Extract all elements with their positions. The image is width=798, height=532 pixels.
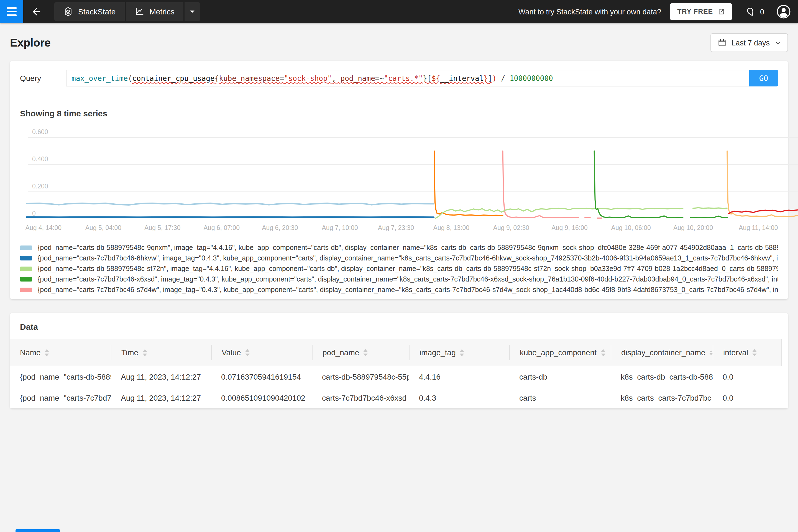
back-button[interactable] bbox=[23, 0, 50, 23]
x-axis-label: Aug 5, 04:00 bbox=[86, 225, 121, 231]
legend-item[interactable]: {pod_name="carts-db-588979548c-9qnxm", i… bbox=[20, 242, 778, 253]
column-header-label: interval bbox=[723, 348, 748, 357]
chart-heading: Showing 8 time series bbox=[20, 109, 778, 118]
legend-label: {pod_name="carts-7c7bd7bc46-6hkvw", imag… bbox=[38, 254, 778, 262]
column-header-name[interactable]: Name bbox=[10, 345, 111, 360]
x-axis-label: Aug 10, 20:00 bbox=[673, 225, 713, 231]
series-line bbox=[594, 151, 683, 217]
column-header-label: image_tag bbox=[419, 348, 456, 357]
nav-tabs: StackState Metrics bbox=[54, 2, 200, 21]
back-arrow-icon bbox=[31, 6, 42, 17]
series-line bbox=[27, 217, 434, 217]
legend-label: {pod_name="carts-db-588979548c-9qnxm", i… bbox=[38, 244, 778, 251]
legend-swatch-icon bbox=[20, 245, 32, 250]
query-token: } bbox=[483, 74, 488, 82]
metrics-chart-icon bbox=[134, 7, 144, 17]
column-header-image-tag[interactable]: image_tag bbox=[409, 345, 509, 360]
go-button[interactable]: GO bbox=[749, 70, 778, 87]
x-axis-labels: Aug 4, 14:00Aug 5, 04:00Aug 5, 17:30Aug … bbox=[20, 225, 778, 233]
cell-name: {pod_name="carts-db-5889 bbox=[10, 372, 111, 381]
query-token: __interval bbox=[440, 74, 484, 82]
legend-swatch-icon bbox=[20, 277, 32, 281]
page-header: Explore Last 7 days bbox=[0, 23, 798, 61]
query-label: Query bbox=[20, 74, 66, 82]
x-axis-label: Aug 8, 13:00 bbox=[433, 225, 469, 231]
series-line bbox=[435, 208, 683, 218]
cell-time: Aug 11, 2023, 14:12:27 bbox=[111, 393, 211, 402]
series-line bbox=[727, 151, 798, 216]
series-line bbox=[693, 208, 727, 208]
query-token: container_cpu_usage bbox=[132, 74, 214, 82]
column-header-value[interactable]: Value bbox=[211, 345, 312, 360]
series-line bbox=[503, 151, 579, 218]
cell-pod_name: carts-db-588979548c-55p bbox=[312, 372, 409, 381]
bottom-blue-strip bbox=[16, 529, 60, 532]
column-header-time[interactable]: Time bbox=[111, 345, 211, 360]
series-line bbox=[690, 216, 727, 217]
cell-kube_app_component: carts bbox=[509, 393, 611, 402]
query-token: = bbox=[280, 74, 284, 82]
sort-icon bbox=[245, 349, 250, 356]
query-token: "carts.*" bbox=[384, 74, 423, 82]
x-axis-label: Aug 6, 20:30 bbox=[262, 225, 298, 231]
column-header-label: pod_name bbox=[323, 348, 359, 357]
try-free-button[interactable]: TRY FREE bbox=[670, 3, 732, 20]
x-axis-label: Aug 4, 14:00 bbox=[25, 225, 61, 231]
x-axis-label: Aug 7, 10:00 bbox=[322, 225, 358, 231]
query-token: { bbox=[215, 74, 219, 82]
legend-swatch-icon bbox=[20, 287, 32, 292]
x-axis-label: Aug 6, 07:00 bbox=[204, 225, 240, 231]
column-header-label: Name bbox=[20, 348, 41, 357]
query-token: ( bbox=[128, 74, 132, 82]
column-header-display-container-name[interactable]: display_container_name bbox=[611, 345, 712, 360]
query-token: [ bbox=[427, 74, 432, 82]
column-header-pod-name[interactable]: pod_name bbox=[312, 345, 409, 360]
table-row: {pod_name="carts-7c7bd7Aug 11, 2023, 14:… bbox=[10, 387, 788, 408]
column-header-interval[interactable]: interval bbox=[712, 345, 781, 360]
sort-icon bbox=[44, 349, 50, 356]
query-token: pod_name bbox=[341, 74, 375, 82]
page-title: Explore bbox=[10, 36, 51, 49]
x-axis-label: Aug 11, 14:00 bbox=[739, 225, 778, 231]
column-header-label: Time bbox=[121, 348, 138, 357]
cell-interval: 0.0 bbox=[712, 372, 781, 381]
user-avatar-button[interactable] bbox=[776, 4, 791, 19]
time-series-chart: Aug 4, 14:00Aug 5, 04:00Aug 5, 17:30Aug … bbox=[20, 122, 778, 233]
hamburger-icon bbox=[7, 7, 17, 9]
y-axis-label: 0.400 bbox=[32, 156, 48, 163]
query-token: / bbox=[496, 74, 510, 82]
pinned-views-button[interactable]: 0 bbox=[746, 6, 764, 17]
cell-interval: 0.0 bbox=[712, 393, 781, 402]
chevron-down-icon bbox=[190, 9, 195, 14]
hamburger-menu-button[interactable] bbox=[0, 0, 23, 23]
top-navigation-bar: StackState Metrics Want to try StackStat… bbox=[0, 0, 798, 23]
column-header-label: kube_app_component bbox=[520, 348, 596, 357]
chart-plot-area bbox=[20, 122, 798, 222]
series-line bbox=[434, 151, 503, 215]
x-axis-label: Aug 5, 17:30 bbox=[144, 225, 180, 231]
cell-value: 0.008651091090420102 bbox=[211, 393, 312, 402]
legend-item[interactable]: {pod_name="carts-db-588979548c-st72n", i… bbox=[20, 263, 778, 274]
table-body: {pod_name="carts-db-5889Aug 11, 2023, 14… bbox=[10, 366, 788, 408]
calendar-icon bbox=[718, 38, 726, 47]
cell-pod_name: carts-7c7bd7bc46-x6xsd bbox=[312, 393, 409, 402]
data-heading: Data bbox=[20, 322, 788, 331]
x-axis-label: Aug 7, 23:30 bbox=[378, 225, 414, 231]
brand-label: StackState bbox=[78, 7, 116, 16]
tab-metrics[interactable]: Metrics bbox=[126, 2, 183, 21]
tab-dropdown-button[interactable] bbox=[185, 2, 200, 21]
time-range-picker[interactable]: Last 7 days bbox=[710, 33, 788, 52]
chart-legend: {pod_name="carts-db-588979548c-9qnxm", i… bbox=[20, 242, 778, 295]
legend-item[interactable]: {pod_name="carts-7c7bd7bc46-s7d4w", imag… bbox=[20, 284, 778, 295]
legend-item[interactable]: {pod_name="carts-7c7bd7bc46-6hkvw", imag… bbox=[20, 253, 778, 263]
cell-name: {pod_name="carts-7c7bd7 bbox=[10, 393, 111, 402]
query-input[interactable]: max_over_time(container_cpu_usage{kube_n… bbox=[66, 70, 749, 87]
table-scrollbar-track[interactable] bbox=[781, 339, 788, 366]
pin-icon bbox=[744, 5, 758, 19]
column-header-kube-app-component[interactable]: kube_app_component bbox=[509, 345, 611, 360]
tab-stackstate[interactable]: StackState bbox=[54, 2, 125, 21]
sort-icon bbox=[601, 349, 605, 356]
legend-item[interactable]: {pod_name="carts-7c7bd7bc46-x6xsd", imag… bbox=[20, 274, 778, 284]
legend-label: {pod_name="carts-db-588979548c-st72n", i… bbox=[38, 265, 778, 272]
column-header-label: Value bbox=[222, 348, 241, 357]
